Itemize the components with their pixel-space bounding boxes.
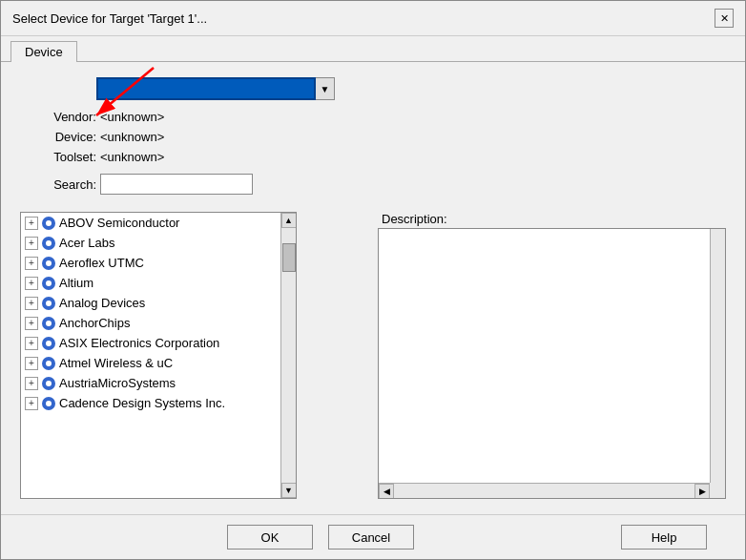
expand-icon[interactable]: + <box>25 257 38 270</box>
list-item[interactable]: +ABOV Semiconductor <box>21 213 280 233</box>
device-list[interactable]: +ABOV Semiconductor+Acer Labs+Aeroflex U… <box>21 213 280 498</box>
device-icon <box>42 397 55 410</box>
device-name: AnchorChips <box>59 316 130 330</box>
title-bar: Select Device for Target 'Target 1'... ✕ <box>1 1 745 36</box>
search-label: Search: <box>30 177 96 192</box>
scroll-corner <box>710 483 725 498</box>
list-item[interactable]: +Cadence Design Systems Inc. <box>21 393 280 413</box>
dropdown-wrapper: ▼ <box>96 77 335 100</box>
device-icon <box>42 377 55 390</box>
list-item[interactable]: +Analog Devices <box>21 293 280 313</box>
device-list-container: +ABOV Semiconductor+Acer Labs+Aeroflex U… <box>20 212 297 499</box>
tab-bar: Device <box>1 36 745 62</box>
list-item[interactable]: +AustriaMicroSystems <box>21 373 280 393</box>
device-name: Altium <box>59 276 93 290</box>
device-icon <box>42 217 55 230</box>
vendor-row: Vendor: <unknown> <box>30 110 726 124</box>
description-scrollbar-vertical[interactable] <box>710 229 725 483</box>
expand-icon[interactable]: + <box>25 377 38 390</box>
list-item[interactable]: +ASIX Electronics Corporation <box>21 333 280 353</box>
device-name: ASIX Electronics Corporation <box>59 336 219 350</box>
device-icon <box>42 277 55 290</box>
device-dropdown[interactable] <box>96 77 316 100</box>
list-item[interactable]: +Altium <box>21 273 280 293</box>
device-name: Aeroflex UTMC <box>59 256 144 270</box>
list-item[interactable]: +AnchorChips <box>21 313 280 333</box>
expand-icon[interactable]: + <box>25 297 38 310</box>
device-name: Analog Devices <box>59 296 145 310</box>
description-scrollbar-horizontal[interactable]: ◀ ▶ <box>379 483 710 498</box>
dialog: Select Device for Target 'Target 1'... ✕… <box>0 0 746 560</box>
main-area: +ABOV Semiconductor+Acer Labs+Aeroflex U… <box>20 212 726 499</box>
right-panel: Description: ◀ ▶ <box>378 212 726 499</box>
toolset-label: Toolset: <box>30 150 96 164</box>
toolset-row: Toolset: <unknown> <box>30 150 726 164</box>
expand-icon[interactable]: + <box>25 337 38 350</box>
device-icon <box>42 257 55 270</box>
list-item[interactable]: +Aeroflex UTMC <box>21 253 280 273</box>
list-item[interactable]: +Atmel Wireless & uC <box>21 353 280 373</box>
expand-icon[interactable]: + <box>25 357 38 370</box>
top-section: ▼ Vendor: <unknown> <box>20 77 726 195</box>
expand-icon[interactable]: + <box>25 217 38 230</box>
device-name: Atmel Wireless & uC <box>59 356 173 370</box>
scroll-right-button[interactable]: ▶ <box>694 484 710 499</box>
device-icon <box>42 357 55 370</box>
vendor-label: Vendor: <box>30 110 96 124</box>
scroll-left-button[interactable]: ◀ <box>379 484 394 499</box>
dropdown-arrow-button[interactable]: ▼ <box>316 77 335 100</box>
dialog-title: Select Device for Target 'Target 1'... <box>12 11 207 26</box>
cancel-button[interactable]: Cancel <box>328 525 414 550</box>
expand-icon[interactable]: + <box>25 317 38 330</box>
list-item[interactable]: +Acer Labs <box>21 233 280 253</box>
device-name: AustriaMicroSystems <box>59 376 176 390</box>
device-icon <box>42 317 55 330</box>
device-name: Cadence Design Systems Inc. <box>59 396 225 410</box>
dropdown-row: ▼ <box>96 77 726 100</box>
device-name: ABOV Semiconductor <box>59 216 179 230</box>
buttons-center: OK Cancel <box>20 525 621 550</box>
expand-icon[interactable]: + <box>25 237 38 250</box>
description-label: Description: <box>382 212 726 226</box>
toolset-value: <unknown> <box>100 150 164 164</box>
device-value: <unknown> <box>100 130 164 144</box>
scroll-thumb[interactable] <box>282 243 296 272</box>
expand-icon[interactable]: + <box>25 397 38 410</box>
help-button[interactable]: Help <box>621 525 707 550</box>
device-icon <box>42 297 55 310</box>
list-scrollbar: ▲ ▼ <box>280 213 296 498</box>
device-label: Device: <box>30 130 96 144</box>
device-icon <box>42 237 55 250</box>
bottom-buttons: OK Cancel Help <box>1 514 745 559</box>
device-icon <box>42 337 55 350</box>
left-panel: +ABOV Semiconductor+Acer Labs+Aeroflex U… <box>20 212 368 499</box>
description-box: ◀ ▶ <box>378 228 726 499</box>
tab-device[interactable]: Device <box>10 41 77 62</box>
vendor-value: <unknown> <box>100 110 164 124</box>
device-name: Acer Labs <box>59 236 115 250</box>
expand-icon[interactable]: + <box>25 277 38 290</box>
close-button[interactable]: ✕ <box>715 9 734 28</box>
scroll-up-button[interactable]: ▲ <box>281 213 297 228</box>
search-input[interactable] <box>100 174 253 195</box>
scroll-down-button[interactable]: ▼ <box>281 483 297 498</box>
search-row: Search: <box>30 174 726 195</box>
content: ▼ Vendor: <unknown> <box>1 62 745 514</box>
device-row: Device: <unknown> <box>30 130 726 144</box>
ok-button[interactable]: OK <box>227 525 313 550</box>
